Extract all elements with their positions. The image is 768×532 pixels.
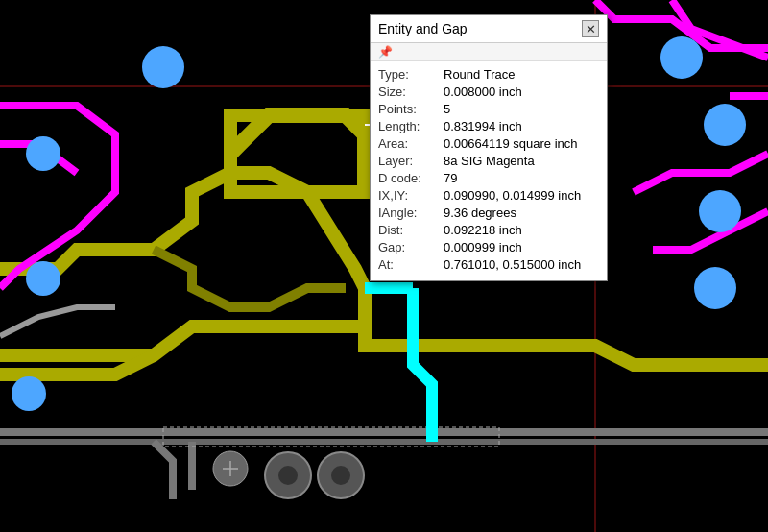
row-label: Length: [378,119,444,133]
row-label: Gap: [378,240,444,254]
dialog-row: Points:5 [378,100,599,117]
row-value: 0.00664119 square inch [444,136,578,151]
row-label: Layer: [378,154,444,168]
svg-point-17 [331,466,350,485]
row-value: 0.092218 inch [444,223,522,237]
row-label: Points: [378,102,444,116]
row-label: Area: [378,136,444,151]
row-value: 0.090990, 0.014999 inch [444,188,581,203]
row-value: 9.36 degrees [444,206,516,220]
dialog-row: Type:Round Trace [378,65,599,83]
row-value: 0.000999 inch [444,240,522,254]
row-label: Dist: [378,223,444,237]
row-value: 8a SIG Magenta [444,154,535,168]
row-label: D code: [378,171,444,185]
dialog-row: Length:0.831994 inch [378,117,599,134]
svg-point-6 [142,46,184,88]
dialog-pin-icon: 📌 [371,43,607,61]
svg-point-9 [12,376,46,411]
dialog-row: IX,IY:0.090990, 0.014999 inch [378,186,599,204]
dialog-row: Size:0.008000 inch [378,83,599,100]
dialog-row: Dist:0.092218 inch [378,221,599,238]
dialog-titlebar[interactable]: Entity and Gap ✕ [371,15,607,43]
row-label: IAngle: [378,206,444,220]
svg-point-8 [26,261,60,296]
svg-point-12 [699,190,741,232]
row-label: IX,IY: [378,188,444,203]
dialog-row: Layer:8a SIG Magenta [378,152,599,169]
dialog-body: Type:Round TraceSize:0.008000 inchPoints… [371,61,607,280]
dialog-row: IAngle:9.36 degrees [378,204,599,221]
svg-point-13 [694,267,736,309]
row-value: 0.761010, 0.515000 inch [444,257,581,272]
dialog-row: Area:0.00664119 square inch [378,134,599,152]
svg-point-7 [26,136,60,171]
row-label: At: [378,257,444,272]
row-value: 0.008000 inch [444,85,522,99]
svg-point-16 [278,466,298,485]
row-label: Type: [378,67,444,82]
close-button[interactable]: ✕ [582,20,599,37]
svg-point-11 [704,104,746,146]
dialog-title: Entity and Gap [378,21,468,36]
row-label: Size: [378,85,444,99]
entity-gap-dialog: Entity and Gap ✕ 📌 Type:Round TraceSize:… [370,14,608,281]
dialog-row: D code:79 [378,169,599,186]
svg-point-10 [660,36,703,79]
dialog-row: Gap:0.000999 inch [378,238,599,255]
row-value: 0.831994 inch [444,119,522,133]
row-value: Round Trace [444,67,515,82]
dialog-row: At:0.761010, 0.515000 inch [378,255,599,273]
row-value: 5 [444,102,450,116]
row-value: 79 [444,171,457,185]
